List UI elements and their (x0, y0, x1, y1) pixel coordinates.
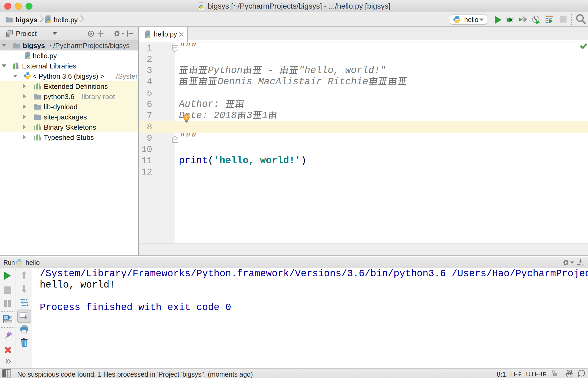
svg-text:T: T (554, 374, 556, 376)
